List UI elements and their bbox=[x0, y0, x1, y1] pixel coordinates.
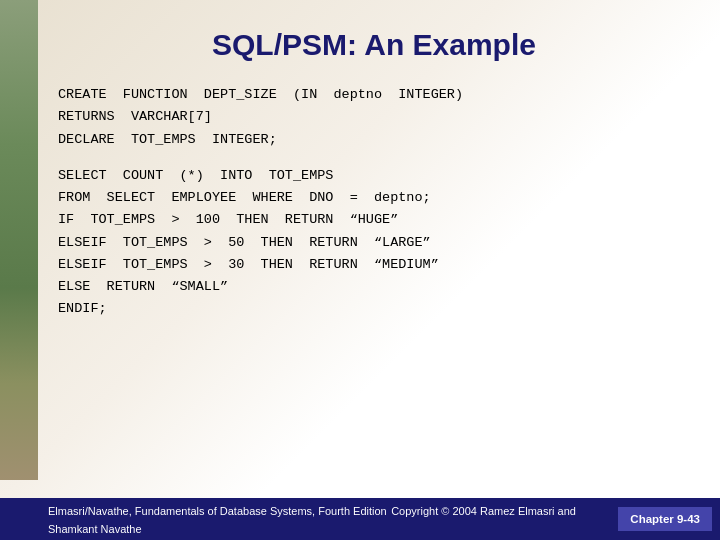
code-line-8: ELSEIF TOT_EMPS > 30 THEN RETURN “MEDIUM… bbox=[58, 254, 700, 276]
code-line-4: SELECT COUNT (*) INTO TOT_EMPS bbox=[58, 165, 700, 187]
code-line-9: ELSE RETURN “SMALL” bbox=[58, 276, 700, 298]
code-line-6: IF TOT_EMPS > 100 THEN RETURN “HUGE” bbox=[58, 209, 700, 231]
code-line-3: DECLARE TOT_EMPS INTEGER; bbox=[58, 129, 700, 151]
content-area: SQL/PSM: An Example CREATE FUNCTION DEPT… bbox=[0, 0, 720, 540]
code-block: CREATE FUNCTION DEPT_SIZE (IN deptno INT… bbox=[48, 84, 700, 321]
code-line-2: RETURNS VARCHAR[7] bbox=[58, 106, 700, 128]
slide-container: SQL/PSM: An Example CREATE FUNCTION DEPT… bbox=[0, 0, 720, 540]
code-line-1: CREATE FUNCTION DEPT_SIZE (IN deptno INT… bbox=[58, 84, 700, 106]
code-spacer bbox=[58, 151, 700, 165]
footer-text-block: Elmasri/Navathe, Fundamentals of Databas… bbox=[48, 501, 618, 537]
code-line-10: ENDIF; bbox=[58, 298, 700, 320]
code-line-7: ELSEIF TOT_EMPS > 50 THEN RETURN “LARGE” bbox=[58, 232, 700, 254]
footer-bar: Elmasri/Navathe, Fundamentals of Databas… bbox=[0, 498, 720, 540]
footer-main-text: Elmasri/Navathe, Fundamentals of Databas… bbox=[48, 505, 387, 517]
code-line-5: FROM SELECT EMPLOYEE WHERE DNO = deptno; bbox=[58, 187, 700, 209]
slide-title: SQL/PSM: An Example bbox=[48, 0, 700, 84]
footer-chapter-label: Chapter 9-43 bbox=[618, 507, 712, 531]
